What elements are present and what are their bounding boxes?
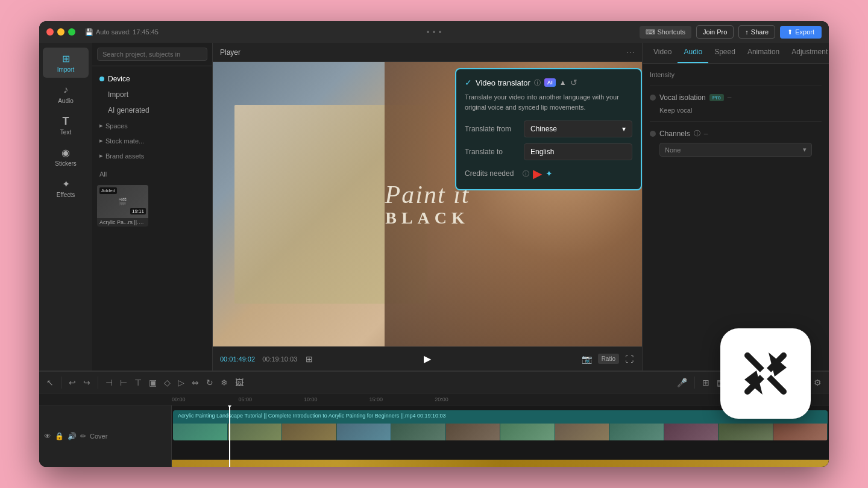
ruler-mark-2: 10:00 [304, 396, 318, 402]
tab-animation[interactable]: Animation [741, 43, 785, 63]
spaces-section[interactable]: ▸ Spaces [92, 118, 212, 133]
settings-button[interactable]: ⚙ [811, 375, 824, 390]
timeline-toolbar: ↖ ↩ ↪ ⊣ ⊢ ⊤ ▣ ◇ ▷ ⇔ ↻ ❄ 🖼 🎤 ⊞ ▤ ◫ ⇄ ⧉ ☺ [39, 372, 829, 393]
channels-options-button[interactable]: – [704, 130, 708, 138]
channels-chevron-icon: ▾ [803, 146, 807, 154]
search-input[interactable] [97, 48, 207, 61]
player-options-button[interactable]: ⋯ [626, 48, 635, 57]
credits-arrow-icon[interactable]: ▶ [533, 166, 542, 181]
credits-info-icon[interactable]: ⓘ [523, 169, 529, 178]
channels-info-icon[interactable]: ⓘ [694, 129, 700, 138]
sidebar-item-import[interactable]: ⊞ Import [43, 48, 89, 78]
play-range-button[interactable]: ▷ [175, 375, 187, 390]
media-item[interactable]: 🎬 Added 19:11 Acrylic Pa...rs ||.mp4 [97, 185, 148, 227]
fullscreen-button[interactable]: ⛶ [624, 353, 635, 365]
tl-sep-2 [98, 377, 98, 389]
grid-view-button[interactable]: ⊞ [304, 353, 314, 365]
divider-1 [650, 86, 822, 86]
pro-badge: Pro [709, 94, 724, 101]
current-time: 00:01:49:02 [220, 355, 255, 363]
channels-row: Channels ⓘ – [650, 129, 822, 138]
brand-assets-section[interactable]: ▸ Brand assets [92, 148, 212, 163]
minimize-button[interactable] [57, 28, 64, 36]
channels-select[interactable]: None ▾ [659, 143, 812, 157]
cursor-tool[interactable]: ↖ [44, 375, 56, 390]
capcut-logo-overlay [720, 328, 811, 419]
shortcuts-button[interactable]: ⌨ Shortcuts [640, 26, 691, 39]
tool-1[interactable]: ⊞ [700, 375, 712, 390]
translate-from-field: Translate from Chinese ▾ [465, 120, 632, 137]
flip-button[interactable]: ⇔ [189, 375, 201, 390]
split-button[interactable]: ⊢ [118, 375, 130, 390]
tab-audio[interactable]: Audio [678, 43, 708, 63]
duration-badge: 19:11 [130, 208, 146, 214]
tab-video[interactable]: Video [647, 43, 678, 63]
track-edit-button[interactable]: ✏ [80, 432, 86, 440]
track-lock-button[interactable]: 🔒 [55, 432, 64, 440]
credits-star-icon: ✦ [546, 169, 553, 178]
frame-8 [555, 424, 610, 440]
sidebar-item-effects[interactable]: ✦ Effects [43, 173, 89, 203]
freeze-button[interactable]: ❄ [218, 375, 230, 390]
total-time: 00:19:10:03 [262, 355, 297, 363]
split-right-button[interactable]: ⊤ [132, 375, 144, 390]
waveform-display [172, 460, 829, 467]
translator-info-icon[interactable]: ⓘ [534, 78, 541, 87]
track-hide-button[interactable]: 👁 [44, 432, 51, 440]
share-icon: ↑ [745, 28, 749, 36]
sidebar-item-audio[interactable]: ♪ Audio [43, 79, 89, 109]
vocal-isolation-label: Vocal isolation [659, 93, 706, 102]
all-label: All [92, 168, 212, 180]
main-content: ⊞ Import ♪ Audio T Text ◉ Stickers ✦ Eff… [39, 43, 829, 371]
mask-button[interactable]: ◇ [162, 375, 173, 390]
maximize-button[interactable] [68, 28, 75, 36]
channels-toggle[interactable] [650, 131, 656, 137]
redo-button[interactable]: ↪ [81, 375, 93, 390]
media-nav-import[interactable]: Import [92, 87, 212, 102]
ruler-mark-0: 00:00 [172, 396, 186, 402]
media-grid: 🎬 Added 19:11 Acrylic Pa...rs ||.mp4 [92, 180, 212, 231]
undo-button[interactable]: ↩ [66, 375, 78, 390]
translate-from-select[interactable]: Chinese ▾ [524, 120, 632, 137]
frame-12 [773, 424, 828, 440]
image-button[interactable]: 🖼 [233, 375, 246, 390]
close-button[interactable] [46, 28, 54, 36]
video-translator-panel: ✓ Video translator ⓘ AI ▲ ↺ Translate yo… [455, 68, 642, 190]
rotate-button[interactable]: ↻ [204, 375, 216, 390]
translator-checkbox[interactable]: ✓ [465, 78, 472, 87]
added-badge: Added [99, 187, 117, 194]
media-panel: Device Import AI generated ▸ Spaces ▸ St… [92, 43, 213, 371]
microphone-button[interactable]: 🎤 [675, 375, 690, 390]
tab-adjustment[interactable]: Adjustment [785, 43, 829, 63]
vocal-options-button[interactable]: – [728, 93, 732, 102]
frame-3 [282, 424, 337, 440]
media-search-area [92, 43, 212, 66]
share-button[interactable]: ↑ Share [738, 25, 775, 39]
vocal-isolation-toggle[interactable] [650, 95, 656, 101]
capcut-logo-svg [735, 343, 796, 404]
reset-icon[interactable]: ↺ [570, 78, 577, 87]
track-mute-button[interactable]: 🔊 [68, 432, 77, 440]
screenshot-button[interactable]: 📷 [580, 353, 593, 365]
crop-button[interactable]: ▣ [146, 375, 159, 390]
paint-subtitle: BLACK [385, 208, 470, 228]
play-button[interactable]: ▶ [423, 352, 432, 366]
media-nav-device[interactable]: Device [92, 71, 212, 87]
translate-to-select[interactable]: English [524, 143, 632, 160]
media-nav-ai-generated[interactable]: AI generated [92, 102, 212, 118]
expand-icon[interactable]: ▲ [559, 78, 567, 87]
app-window: 💾 Auto saved: 17:45:45 ⌨ Shortcuts Join … [39, 21, 829, 467]
stock-section[interactable]: ▸ Stock mate... [92, 133, 212, 148]
sidebar-item-stickers[interactable]: ◉ Stickers [43, 142, 89, 172]
keyboard-icon: ⌨ [646, 28, 655, 36]
timeline-area: ↖ ↩ ↪ ⊣ ⊢ ⊤ ▣ ◇ ▷ ⇔ ↻ ❄ 🖼 🎤 ⊞ ▤ ◫ ⇄ ⧉ ☺ [39, 371, 829, 467]
player-area: Player ⋯ Paint it BLACK [213, 43, 642, 371]
join-pro-button[interactable]: Join Pro [696, 25, 734, 39]
divider-2 [650, 121, 822, 122]
export-button[interactable]: ⬆ Export [780, 26, 822, 39]
ratio-button[interactable]: Ratio [598, 354, 619, 364]
split-left-button[interactable]: ⊣ [103, 375, 115, 390]
sidebar-item-text[interactable]: T Text [43, 110, 89, 140]
tab-speed[interactable]: Speed [708, 43, 741, 63]
effects-icon: ✦ [60, 178, 72, 190]
